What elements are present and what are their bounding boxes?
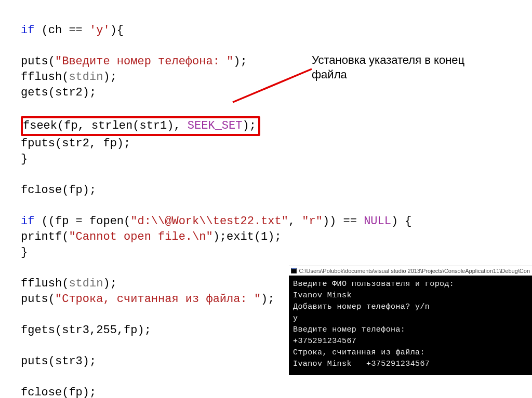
- code-text: ){: [110, 24, 124, 37]
- code-text: );: [242, 119, 256, 132]
- code-text: (ch ==: [34, 24, 89, 37]
- code-text: fclose(fp);: [21, 386, 96, 398]
- code-text: fgets(str3,255,fp);: [21, 324, 151, 337]
- console-output: Введите ФИО пользователя и город: Ivanov…: [289, 276, 532, 375]
- code-text: }: [21, 153, 28, 166]
- code-text: ,: [288, 215, 302, 228]
- code-text: puts(: [21, 55, 55, 68]
- code-text: );: [103, 71, 116, 84]
- code-text: fclose(fp);: [21, 184, 96, 197]
- code-text: fflush(: [21, 277, 69, 290]
- code-text: puts(: [21, 293, 55, 306]
- highlight-box: fseek(fp, strlen(str1), SEEK_SET);: [21, 116, 260, 136]
- code-text: fputs(str2, fp);: [21, 137, 130, 150]
- console-window: C:\Users\Polubok\documents\visual studio…: [289, 266, 532, 375]
- string-literal: "Введите номер телефона: ": [55, 55, 233, 68]
- console-line: Введите номер телефона:: [293, 325, 405, 334]
- code-text: fflush(: [21, 71, 69, 84]
- console-line: Введите ФИО пользователя и город:: [293, 280, 454, 289]
- kw-if: if: [21, 24, 34, 37]
- console-title-text: C:\Users\Polubok\documents\visual studio…: [299, 268, 530, 274]
- code-text: );: [233, 55, 247, 68]
- svg-rect-3: [291, 268, 297, 269]
- char-literal: 'y': [89, 24, 110, 37]
- code-text: }: [21, 246, 28, 259]
- code-text: );: [103, 277, 116, 290]
- console-line: Добавить номер телефона? y/n: [293, 303, 430, 311]
- console-line: Ivanov Minsk: [293, 291, 352, 300]
- kw-if: if: [21, 215, 34, 228]
- ident-stdin: stdin: [69, 71, 103, 84]
- string-literal: "d:\\@Work\\test22.txt": [130, 215, 288, 228]
- macro-seek-set: SEEK_SET: [188, 119, 243, 132]
- console-line: Строка, считанная из файла:: [293, 348, 425, 357]
- code-text: );exit(1);: [213, 230, 282, 243]
- console-line: Ivanov Minsk +375291234567: [293, 360, 430, 368]
- code-text: );: [261, 293, 274, 306]
- code-text: puts(str3);: [21, 355, 96, 368]
- console-titlebar: C:\Users\Polubok\documents\visual studio…: [289, 266, 532, 276]
- console-line: y: [293, 314, 298, 323]
- console-line: +375291234567: [293, 337, 356, 346]
- string-literal: "Cannot open file.\n": [69, 230, 212, 243]
- console-icon: [291, 268, 297, 274]
- code-text: ((fp = fopen(: [34, 215, 130, 228]
- code-text: printf(: [21, 230, 69, 243]
- annotation-text: Установка указателя в конец файла: [312, 53, 488, 82]
- string-literal: "Строка, считанная из файла: ": [55, 293, 261, 306]
- slide: if (ch == 'y'){ puts("Введите номер теле…: [0, 0, 532, 398]
- code-text: ) {: [391, 215, 412, 228]
- code-text: fseek(fp, strlen(str1),: [23, 119, 188, 132]
- macro-null: NULL: [364, 215, 391, 228]
- string-literal: "r": [302, 215, 323, 228]
- code-text: )) ==: [323, 215, 364, 228]
- code-text: gets(str2);: [21, 86, 96, 99]
- ident-stdin: stdin: [69, 277, 103, 290]
